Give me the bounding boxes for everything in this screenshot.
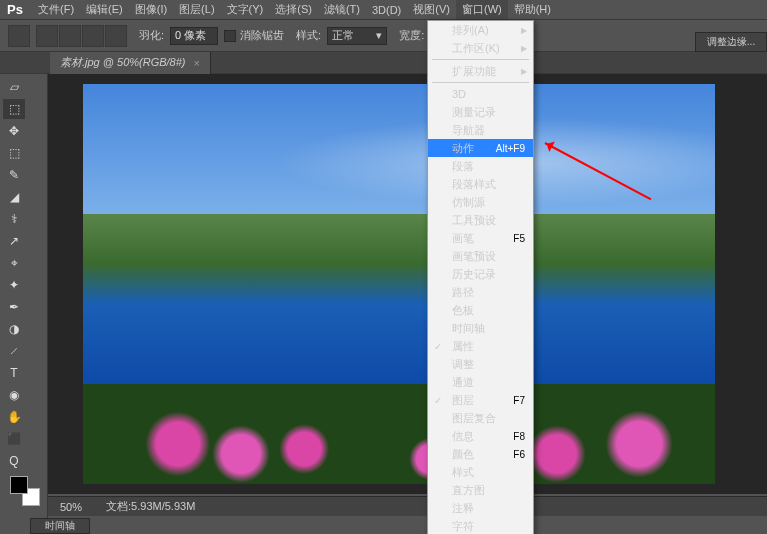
- menu-item-仿制源[interactable]: 仿制源: [428, 193, 533, 211]
- menu-edit[interactable]: 编辑(E): [80, 0, 129, 19]
- shortcut-label: F5: [513, 233, 525, 244]
- style-label: 样式:: [296, 28, 321, 43]
- menu-item-排列(A)[interactable]: 排列(A)▶: [428, 21, 533, 39]
- menu-item-时间轴[interactable]: 时间轴: [428, 319, 533, 337]
- canvas-image[interactable]: [83, 84, 715, 484]
- close-icon[interactable]: ×: [194, 57, 200, 69]
- menu-item-历史记录[interactable]: 历史记录: [428, 265, 533, 283]
- menu-item-字符[interactable]: 字符: [428, 517, 533, 534]
- menu-item-图层[interactable]: ✓图层F7: [428, 391, 533, 409]
- menu-item-label: 仿制源: [452, 195, 485, 210]
- menu-item-画笔预设[interactable]: 画笔预设: [428, 247, 533, 265]
- document-tab-bar: 素材.jpg @ 50%(RGB/8#) ×: [0, 52, 767, 74]
- style-select[interactable]: 正常▾: [327, 27, 387, 45]
- document-tab[interactable]: 素材.jpg @ 50%(RGB/8#) ×: [50, 52, 211, 74]
- menu-item-动作[interactable]: 动作Alt+F9: [428, 139, 533, 157]
- stamp-tool[interactable]: ⌖: [3, 253, 25, 273]
- zoom-tool[interactable]: Q: [3, 451, 25, 471]
- text-tool[interactable]: T: [3, 363, 25, 383]
- history-brush-tool[interactable]: ✦: [3, 275, 25, 295]
- gradient-tool[interactable]: ◑: [3, 319, 25, 339]
- menu-item-段落样式[interactable]: 段落样式: [428, 175, 533, 193]
- shape-tool[interactable]: ⬛: [3, 429, 25, 449]
- menu-item-label: 信息: [452, 429, 474, 444]
- menu-item-注释[interactable]: 注释: [428, 499, 533, 517]
- menu-item-label: 时间轴: [452, 321, 485, 336]
- menu-item-label: 段落: [452, 159, 474, 174]
- foreground-color[interactable]: [10, 476, 28, 494]
- feather-input[interactable]: [170, 27, 218, 45]
- menu-item-label: 直方图: [452, 483, 485, 498]
- crop-tool[interactable]: ✎: [3, 165, 25, 185]
- toolbox: ▱ ⬚ ✥ ⬚ ✎ ◢ ⚕ ↗ ⌖ ✦ ✒ ◑ ⟋ T ◉ ✋ ⬛ Q: [0, 74, 48, 534]
- selection-sub-icon[interactable]: [82, 25, 104, 47]
- shortcut-label: F6: [513, 449, 525, 460]
- menu-help[interactable]: 帮助(H): [508, 0, 557, 19]
- menu-item-导航器[interactable]: 导航器: [428, 121, 533, 139]
- selection-new-icon[interactable]: [36, 25, 58, 47]
- submenu-arrow-icon: ▶: [521, 67, 527, 76]
- menu-item-色板[interactable]: 色板: [428, 301, 533, 319]
- eyedropper-tool[interactable]: ◢: [3, 187, 25, 207]
- window-menu-dropdown: 排列(A)▶工作区(K)▶扩展功能▶3D测量记录导航器动作Alt+F9段落段落样…: [427, 20, 534, 534]
- menu-item-label: 颜色: [452, 447, 474, 462]
- menu-item-图层复合[interactable]: 图层复合: [428, 409, 533, 427]
- menu-filter[interactable]: 滤镜(T): [318, 0, 366, 19]
- selection-int-icon[interactable]: [105, 25, 127, 47]
- menu-item-label: 字符: [452, 519, 474, 534]
- menu-item-label: 测量记录: [452, 105, 496, 120]
- refine-edge-button[interactable]: 调整边缘...: [695, 32, 767, 52]
- menu-item-直方图[interactable]: 直方图: [428, 481, 533, 499]
- eraser-tool[interactable]: ✒: [3, 297, 25, 317]
- submenu-arrow-icon: ▶: [521, 26, 527, 35]
- menu-item-属性[interactable]: ✓属性: [428, 337, 533, 355]
- status-bar: 50% 文档:5.93M/5.93M: [48, 496, 767, 516]
- menu-item-工作区(K)[interactable]: 工作区(K)▶: [428, 39, 533, 57]
- zoom-level[interactable]: 50%: [60, 501, 82, 513]
- heal-tool[interactable]: ⚕: [3, 209, 25, 229]
- menu-item-label: 3D: [452, 88, 466, 100]
- menu-item-label: 样式: [452, 465, 474, 480]
- menu-file[interactable]: 文件(F): [32, 0, 80, 19]
- menu-separator: [432, 59, 529, 60]
- color-swatch[interactable]: [10, 476, 40, 506]
- marquee-tool[interactable]: ⬚: [3, 99, 25, 119]
- menu-image[interactable]: 图像(I): [129, 0, 173, 19]
- menu-item-测量记录[interactable]: 测量记录: [428, 103, 533, 121]
- menu-item-label: 通道: [452, 375, 474, 390]
- menu-select[interactable]: 选择(S): [269, 0, 318, 19]
- menu-layer[interactable]: 图层(L): [173, 0, 220, 19]
- menu-item-信息[interactable]: 信息F8: [428, 427, 533, 445]
- hand-tool[interactable]: ✋: [3, 407, 25, 427]
- document-tab-title: 素材.jpg @ 50%(RGB/8#): [60, 55, 186, 70]
- menu-item-3D[interactable]: 3D: [428, 85, 533, 103]
- menu-item-颜色[interactable]: 颜色F6: [428, 445, 533, 463]
- antialias-label: 消除锯齿: [240, 29, 284, 41]
- timeline-tab[interactable]: 时间轴: [30, 518, 90, 534]
- brush-tool[interactable]: ↗: [3, 231, 25, 251]
- tool-preset-icon[interactable]: [8, 25, 30, 47]
- menu-window[interactable]: 窗口(W): [456, 0, 508, 19]
- antialias-checkbox[interactable]: 消除锯齿: [224, 28, 284, 43]
- path-tool[interactable]: ◉: [3, 385, 25, 405]
- menu-separator: [432, 82, 529, 83]
- menu-item-段落[interactable]: 段落: [428, 157, 533, 175]
- menu-item-扩展功能[interactable]: 扩展功能▶: [428, 62, 533, 80]
- shortcut-label: F8: [513, 431, 525, 442]
- menu-3d[interactable]: 3D(D): [366, 2, 407, 18]
- menu-item-label: 扩展功能: [452, 64, 496, 79]
- menu-item-路径[interactable]: 路径: [428, 283, 533, 301]
- menu-item-通道[interactable]: 通道: [428, 373, 533, 391]
- lasso-tool[interactable]: ✥: [3, 121, 25, 141]
- menu-type[interactable]: 文字(Y): [221, 0, 270, 19]
- quick-select-tool[interactable]: ⬚: [3, 143, 25, 163]
- menu-view[interactable]: 视图(V): [407, 0, 456, 19]
- selection-add-icon[interactable]: [59, 25, 81, 47]
- menu-item-工具预设[interactable]: 工具预设: [428, 211, 533, 229]
- move-tool[interactable]: ▱: [3, 77, 25, 97]
- options-bar: 羽化: 消除锯齿 样式: 正常▾ 宽度:: [0, 20, 767, 52]
- menu-item-画笔[interactable]: 画笔F5: [428, 229, 533, 247]
- menu-item-样式[interactable]: 样式: [428, 463, 533, 481]
- pen-tool[interactable]: ⟋: [3, 341, 25, 361]
- menu-item-调整[interactable]: 调整: [428, 355, 533, 373]
